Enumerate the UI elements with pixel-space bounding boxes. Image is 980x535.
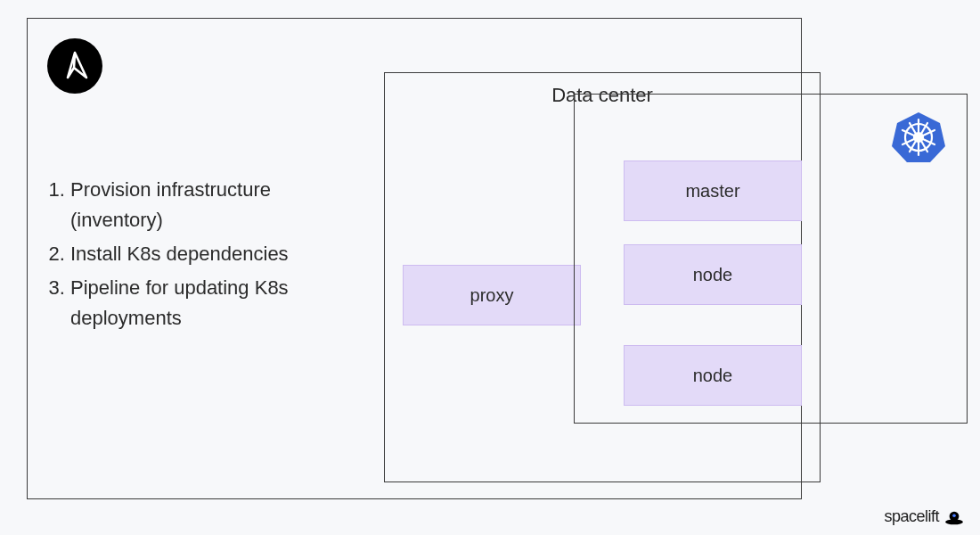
kubernetes-container [574,94,968,424]
brand-text: spacelift [884,507,939,526]
step-item: Pipeline for updating K8s deployments [70,273,361,333]
kubernetes-icon [890,109,947,166]
svg-point-15 [952,514,956,517]
step-item: Provision infrastructure (inventory) [70,175,361,235]
step-item: Install K8s dependencies [70,239,361,269]
proxy-node: proxy [403,265,581,325]
ansible-icon [47,38,102,94]
brand-label: spacelift [884,507,964,526]
steps-list: Provision infrastructure (inventory) Ins… [49,175,361,337]
spacelift-icon [944,509,964,525]
